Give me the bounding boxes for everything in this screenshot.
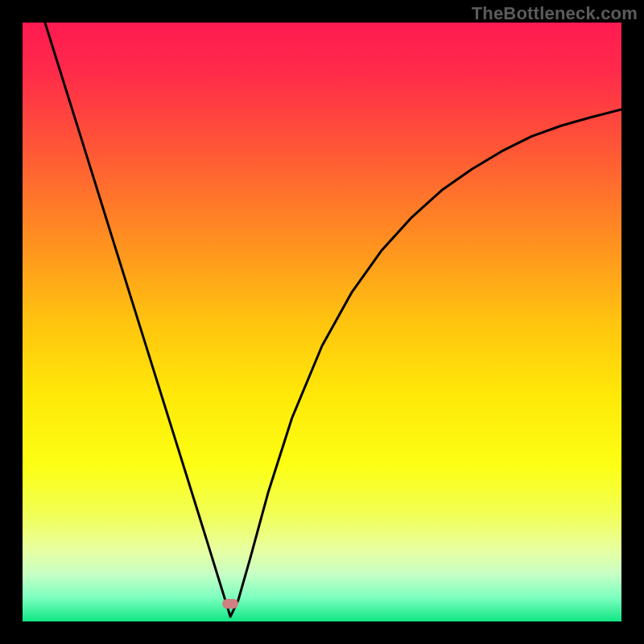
minimum-marker	[222, 599, 238, 609]
chart-frame: TheBottleneck.com	[0, 0, 644, 644]
gradient-background	[23, 23, 621, 621]
plot-svg	[23, 23, 621, 621]
plot-area	[23, 23, 621, 621]
attribution-text: TheBottleneck.com	[472, 3, 638, 24]
